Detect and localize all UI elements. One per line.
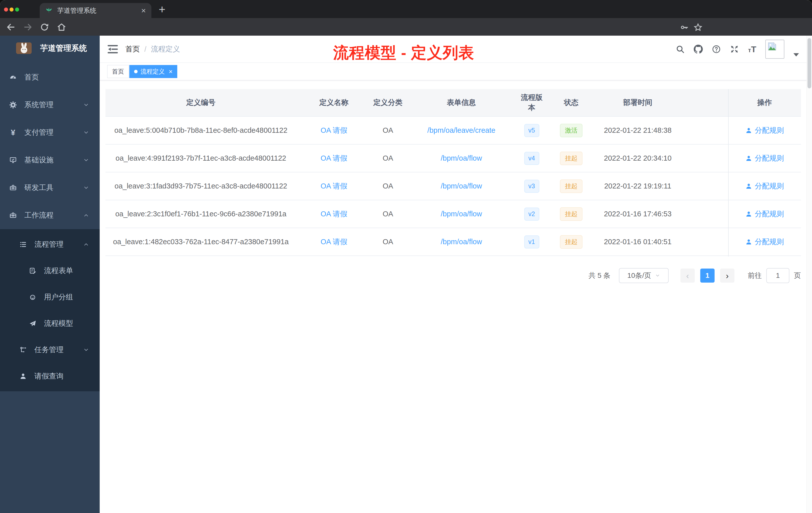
main-area: 首页 / 流程定义 流程模型 - 定义列表 тT	[100, 36, 812, 513]
form-link[interactable]: /bpm/oa/flow	[441, 182, 482, 190]
column-header-filler	[678, 89, 728, 116]
logo-avatar	[16, 42, 32, 54]
sidebar-item-dev-tools[interactable]: 研发工具	[0, 174, 100, 202]
chevron-down-icon	[83, 347, 89, 353]
form-link[interactable]: /bpm/oa/leave/create	[427, 126, 495, 134]
forward-icon[interactable]	[23, 22, 33, 32]
status-badge: 挂起	[560, 235, 582, 249]
filler-cell	[678, 228, 728, 255]
sidebar-item-label: 请假查询	[34, 371, 63, 381]
status-badge: 挂起	[560, 207, 582, 221]
sidebar-item-leave-query[interactable]: 请假查询	[0, 363, 100, 389]
back-icon[interactable]	[6, 22, 16, 32]
definition-name-link[interactable]: OA 请假	[321, 125, 347, 135]
breadcrumb-current: 流程定义	[151, 44, 180, 54]
column-header: 定义分类	[372, 89, 404, 116]
sidebar-item-user-group[interactable]: 用户分组	[0, 284, 100, 310]
group-face-icon	[29, 293, 36, 301]
bookmark-star-icon[interactable]	[694, 23, 702, 32]
goto-page-input[interactable]	[766, 268, 789, 283]
home-icon[interactable]	[57, 22, 66, 32]
assign-rule-button[interactable]: 分配规则	[745, 153, 784, 163]
status-badge: 激活	[560, 124, 582, 137]
assign-rule-button[interactable]: 分配规则	[745, 125, 784, 135]
browser-tab[interactable]: 芋道管理系统 ×	[40, 3, 151, 18]
sidebar-item-workflow[interactable]: 工作流程	[0, 202, 100, 229]
breadcrumb: 首页 / 流程定义	[125, 36, 180, 63]
github-icon[interactable]	[694, 45, 703, 54]
definition-name-link[interactable]: OA 请假	[321, 181, 347, 191]
scrollbar-thumb[interactable]	[808, 38, 811, 88]
user-icon	[745, 183, 752, 190]
password-key-icon[interactable]	[680, 23, 689, 32]
dashboard-icon	[9, 73, 17, 81]
definition-name-link[interactable]: OA 请假	[321, 237, 347, 247]
column-header: 定义编号	[106, 89, 296, 116]
tag-label: 首页	[112, 67, 124, 76]
sidebar-menu: 首页 系统管理 ¥ 支付管理 基础设施	[0, 63, 100, 391]
form-link[interactable]: /bpm/oa/flow	[441, 210, 482, 218]
sidebar-item-process-model[interactable]: 流程模型	[0, 310, 100, 337]
sidebar-item-process-form[interactable]: 流程表单	[0, 258, 100, 284]
definition-name-link[interactable]: OA 请假	[321, 153, 347, 163]
font-size-icon[interactable]: тT	[748, 44, 756, 54]
sidebar: 芋道管理系统 首页 系统管理 ¥ 支付管理	[0, 36, 100, 513]
page-number-1[interactable]: 1	[700, 269, 715, 282]
sidebar-item-task-management[interactable]: 任务管理	[0, 337, 100, 363]
tag-home[interactable]: 首页	[107, 65, 129, 78]
window-minimize-button[interactable]	[9, 7, 13, 11]
page-scrollbar[interactable]	[807, 36, 812, 513]
definition-id: oa_leave:4:991f2193-7b7f-11ec-a3c8-acde4…	[106, 145, 296, 172]
sidebar-item-label: 研发工具	[24, 183, 54, 193]
sidebar-item-payment[interactable]: ¥ 支付管理	[0, 119, 100, 146]
prev-page-button[interactable]: ‹	[680, 269, 695, 282]
table-header-row: 定义编号 定义名称 定义分类 表单信息 流程版本 状态 部署时间 操作	[106, 89, 801, 117]
tag-process-definition[interactable]: 流程定义 ×	[129, 65, 177, 78]
window-zoom-button[interactable]	[15, 7, 19, 11]
sidebar-item-infrastructure[interactable]: 基础设施	[0, 146, 100, 174]
sidebar-logo[interactable]: 芋道管理系统	[0, 36, 100, 61]
filler-cell	[678, 173, 728, 200]
tag-close-icon[interactable]: ×	[169, 68, 173, 75]
column-header: 状态	[545, 89, 598, 116]
screenshot-root: 芋道管理系统 × + 不安全 dashboard.yudao.iocoder.c…	[0, 0, 812, 513]
browser-toolbar: 不安全 dashboard.yudao.iocoder.cn/bpm/manag…	[0, 18, 812, 36]
status-badge: 挂起	[560, 179, 582, 193]
avatar[interactable]	[765, 40, 784, 59]
user-icon	[745, 127, 752, 134]
breadcrumb-home[interactable]: 首页	[125, 44, 140, 54]
assign-rule-button[interactable]: 分配规则	[745, 181, 784, 191]
assign-rule-button[interactable]: 分配规则	[745, 237, 784, 247]
chevron-down-icon	[83, 157, 89, 163]
sidebar-item-process-management[interactable]: 流程管理	[0, 231, 100, 258]
deployed-at: 2022-01-22 19:19:11	[598, 173, 678, 200]
definition-name-link[interactable]: OA 请假	[321, 209, 347, 219]
sidebar-collapse-icon[interactable]	[107, 43, 119, 55]
next-page-button[interactable]: ›	[720, 269, 734, 282]
page-size-select[interactable]: 10条/页	[619, 268, 669, 283]
fullscreen-icon[interactable]	[730, 45, 739, 54]
sidebar-item-label: 任务管理	[34, 345, 63, 355]
yen-icon: ¥	[9, 128, 17, 137]
sidebar-item-home[interactable]: 首页	[0, 63, 100, 91]
definition-table: 定义编号 定义名称 定义分类 表单信息 流程版本 状态 部署时间 操作 oa_l…	[106, 89, 801, 256]
broken-image-icon	[767, 41, 777, 52]
new-tab-button[interactable]: +	[159, 2, 166, 16]
avatar-caret-down-icon[interactable]	[793, 53, 799, 57]
help-question-icon[interactable]	[712, 45, 721, 54]
monitor-icon	[9, 156, 17, 164]
search-icon[interactable]	[676, 45, 685, 54]
sidebar-item-label: 流程表单	[44, 266, 73, 276]
form-edit-icon	[29, 267, 36, 275]
window-close-button[interactable]	[4, 7, 8, 11]
filler-cell	[678, 117, 728, 144]
reload-icon[interactable]	[40, 22, 49, 32]
assign-rule-button[interactable]: 分配规则	[745, 209, 784, 219]
fixed-column-divider	[728, 89, 729, 256]
tab-close-icon[interactable]: ×	[141, 6, 146, 14]
sidebar-item-system[interactable]: 系统管理	[0, 91, 100, 119]
sidebar-item-label: 支付管理	[24, 127, 54, 138]
app-header: 首页 / 流程定义 流程模型 - 定义列表 тT	[100, 36, 812, 63]
form-link[interactable]: /bpm/oa/flow	[441, 238, 482, 246]
form-link[interactable]: /bpm/oa/flow	[441, 154, 482, 162]
